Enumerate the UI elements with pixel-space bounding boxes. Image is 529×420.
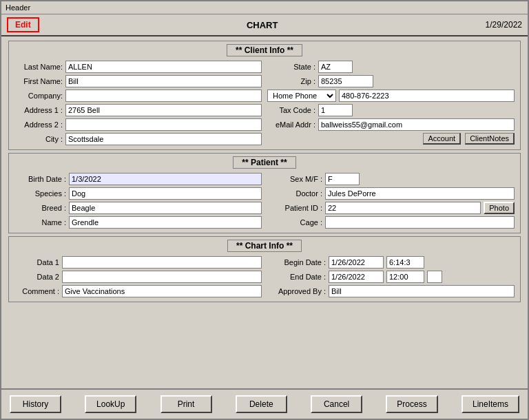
patient-label: ** Patient ** bbox=[233, 156, 295, 169]
window-title: Header bbox=[6, 3, 30, 12]
first-name-label: First Name: bbox=[14, 77, 63, 85]
chart-date: 1/29/2022 bbox=[486, 20, 522, 30]
first-name-input[interactable] bbox=[65, 75, 262, 87]
chart-label: CHART bbox=[39, 20, 486, 30]
address1-label: Address 1 : bbox=[14, 106, 63, 114]
cage-input[interactable] bbox=[325, 216, 515, 229]
middle-spacer bbox=[8, 305, 521, 384]
clientnotes-button[interactable]: ClientNotes bbox=[465, 133, 515, 145]
name-label: Name : bbox=[14, 218, 66, 227]
approved-by-input[interactable] bbox=[329, 285, 515, 297]
species-input[interactable] bbox=[69, 187, 262, 200]
process-button[interactable]: Process bbox=[386, 395, 437, 413]
end-time-extra-input[interactable] bbox=[427, 271, 442, 283]
chart-info-header: ** Chart Info ** bbox=[14, 240, 515, 252]
account-button[interactable]: Account bbox=[423, 133, 461, 145]
doctor-input[interactable] bbox=[325, 187, 515, 200]
begin-date-label: Begin Date : bbox=[267, 258, 326, 266]
sex-label: Sex M/F : bbox=[267, 175, 322, 183]
lookup-button[interactable]: LookUp bbox=[85, 395, 136, 413]
data2-input[interactable] bbox=[62, 271, 262, 283]
comment-label: Comment : bbox=[14, 287, 59, 295]
history-button[interactable]: History bbox=[10, 395, 61, 413]
edit-button[interactable]: Edit bbox=[7, 17, 39, 32]
zip-label: Zip : bbox=[267, 77, 315, 85]
address2-label: Address 2 : bbox=[14, 120, 63, 129]
phone-input[interactable] bbox=[339, 90, 515, 102]
species-label: Species : bbox=[14, 189, 66, 198]
doctor-label: Doctor : bbox=[267, 189, 322, 198]
data2-label: Data 2 bbox=[14, 273, 59, 281]
end-time-input[interactable] bbox=[386, 271, 424, 283]
end-date-label: End Date : bbox=[267, 273, 326, 281]
birth-date-label: Birth Date : bbox=[14, 175, 66, 183]
city-input[interactable] bbox=[65, 133, 262, 145]
tax-code-input[interactable] bbox=[318, 104, 353, 116]
breed-label: Breed : bbox=[14, 204, 66, 212]
cage-label: Cage : bbox=[267, 218, 322, 227]
begin-date-input[interactable] bbox=[329, 256, 384, 269]
state-input[interactable] bbox=[318, 61, 353, 73]
footer: History LookUp Print Delete Cancel Proce… bbox=[1, 388, 528, 419]
zip-input[interactable] bbox=[318, 75, 373, 87]
begin-time-input[interactable] bbox=[386, 256, 424, 269]
name-input[interactable] bbox=[69, 216, 262, 229]
tax-code-label: Tax Code : bbox=[267, 106, 315, 114]
city-label: City : bbox=[14, 135, 63, 143]
state-label: State : bbox=[267, 63, 315, 71]
company-input[interactable] bbox=[65, 90, 262, 102]
address2-input[interactable] bbox=[65, 118, 262, 131]
patient-id-input[interactable] bbox=[325, 202, 481, 214]
end-date-input[interactable] bbox=[329, 271, 384, 283]
print-button[interactable]: Print bbox=[160, 395, 212, 413]
photo-button[interactable]: Photo bbox=[484, 202, 515, 214]
birth-date-input[interactable] bbox=[69, 173, 262, 185]
breed-input[interactable] bbox=[69, 202, 262, 214]
company-label: Company: bbox=[14, 92, 63, 100]
patient-header: ** Patient ** bbox=[14, 156, 515, 169]
last-name-label: Last Name: bbox=[14, 63, 63, 71]
patient-id-label: Patient ID : bbox=[267, 204, 322, 212]
address1-input[interactable] bbox=[65, 104, 262, 116]
client-info-label: ** Client Info ** bbox=[227, 44, 302, 56]
main-content: ** Client Info ** Last Name: First Name:… bbox=[1, 36, 528, 388]
approved-by-label: Approved By : bbox=[267, 287, 326, 295]
title-bar: Header bbox=[1, 1, 528, 14]
lineitems-button[interactable]: LineItems bbox=[461, 395, 519, 413]
phone-type-select[interactable]: Home Phone bbox=[267, 90, 336, 102]
patient-section: ** Patient ** Birth Date : Species : Bre… bbox=[8, 153, 521, 233]
sex-input[interactable] bbox=[325, 173, 360, 185]
client-info-section: ** Client Info ** Last Name: First Name:… bbox=[8, 41, 521, 150]
data1-label: Data 1 bbox=[14, 258, 59, 266]
delete-button[interactable]: Delete bbox=[236, 395, 287, 413]
cancel-button[interactable]: Cancel bbox=[311, 395, 362, 413]
email-label: eMail Addr : bbox=[267, 120, 315, 129]
data1-input[interactable] bbox=[62, 256, 262, 269]
email-input[interactable] bbox=[318, 118, 515, 131]
client-info-header: ** Client Info ** bbox=[14, 44, 515, 56]
toolbar: Edit CHART 1/29/2022 bbox=[1, 14, 528, 36]
comment-input[interactable] bbox=[62, 285, 262, 297]
chart-info-section: ** Chart Info ** Data 1 Data 2 Comment : bbox=[8, 236, 521, 302]
chart-info-label: ** Chart Info ** bbox=[227, 240, 302, 252]
last-name-input[interactable] bbox=[65, 61, 262, 73]
